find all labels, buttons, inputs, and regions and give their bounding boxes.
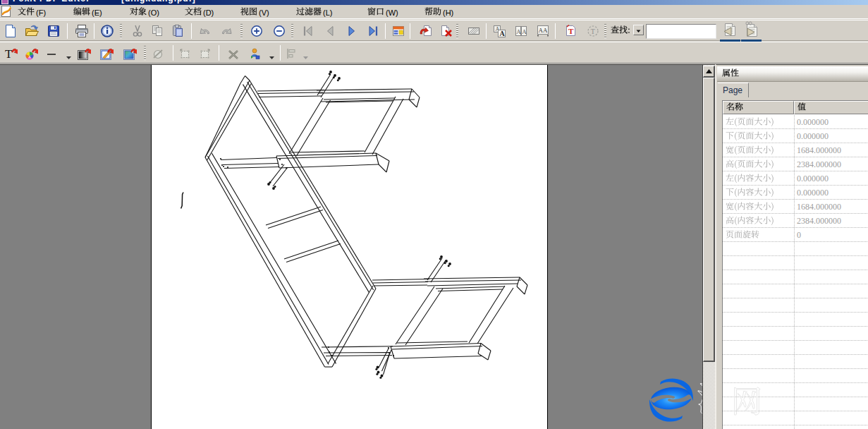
svg-text:T: T (591, 28, 595, 35)
svg-text:AA: AA (539, 27, 548, 34)
svg-text:A: A (500, 30, 506, 37)
svg-text:T: T (5, 47, 13, 61)
svg-text:A: A (516, 28, 521, 35)
svg-text:A: A (522, 28, 527, 35)
svg-text:T: T (568, 27, 574, 35)
